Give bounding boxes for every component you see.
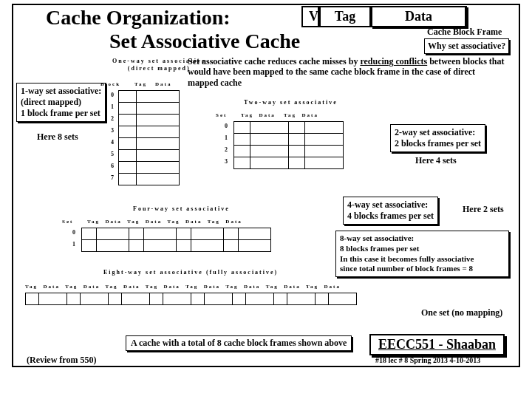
here-2-sets: Here 2 sets [463,204,504,215]
page-title: Cache Organization: [46,6,231,30]
page-subtitle: Set Associative Cache [109,30,300,53]
one-way-label: One-way set associative(direct mapped) [112,58,205,73]
two-way-table: 0 1 2 3 [233,121,344,169]
two-way-headers: Set Tag Data Tag Data [216,112,318,118]
eight-way-table [25,293,357,305]
callout-4way: 4-way set associative: 4 blocks frames p… [343,197,438,225]
cache-block-frame-label: Cache Block Frame [427,27,502,38]
data-header-1: Data [155,81,171,87]
four-way-headers: Set Tag Data Tag Data Tag Data Tag Data [62,219,242,225]
callout-2way: 2-way set associative: 2 blocks frames p… [390,124,485,152]
v-label: V [301,6,319,27]
tag-label: Tag [319,6,371,27]
two-way-label: Two-way set associative [244,99,338,106]
eight-way-headers: Tag Data Tag Data Tag Data Tag Data Tag … [25,284,341,290]
footer-text: #18 lec # 8 Spring 2013 4-10-2013 [375,356,480,364]
course-box: EECC551 - Shaaban [369,334,505,355]
explanation-text: Set associative cache reduces cache miss… [188,56,505,88]
here-8-sets: Here 8 sets [37,132,78,143]
tag-header-1: Tag [134,81,147,87]
one-way-table: 0 1 2 3 4 5 6 7 [118,90,180,185]
why-box: Why set associative? [424,38,509,54]
callout-8way: 8-way set associative: 8 blocks frames p… [335,231,509,277]
summary-box: A cache with a total of 8 cache block fr… [126,335,352,351]
callout-1way: 1-way set associative: (direct mapped) 1… [16,83,106,122]
review-note: (Review from 550) [27,355,96,366]
eight-way-label: Eight-way set associative (fully associa… [103,269,278,276]
here-4-sets: Here 4 sets [415,155,457,166]
one-set-label: One set (no mapping) [421,307,502,318]
four-way-label: Four-way set associative [133,205,230,212]
four-way-table: 0 1 [81,228,271,252]
vtd-box: V Tag Data [301,6,467,27]
data-label: Data [371,6,467,27]
